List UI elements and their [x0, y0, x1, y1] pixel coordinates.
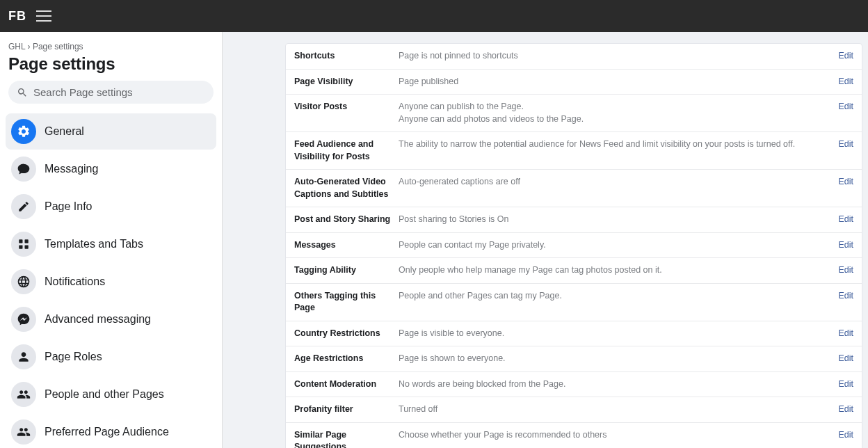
setting-row-profanity-filter: Profanity filterTurned offEdit	[286, 397, 862, 423]
search-input[interactable]	[33, 86, 205, 98]
setting-value: Turned off	[399, 403, 830, 416]
setting-value: Post sharing to Stories is On	[399, 214, 830, 226]
setting-label: Age Restrictions	[294, 353, 399, 365]
setting-row-content-moderation: Content ModerationNo words are being blo…	[286, 372, 862, 398]
chat-icon	[11, 157, 36, 182]
topbar: FB	[0, 0, 868, 32]
edit-link-auto-captions[interactable]: Edit	[838, 176, 853, 189]
edit-link-visitor-posts[interactable]: Edit	[838, 101, 853, 113]
setting-label: Messages	[294, 239, 399, 252]
nav-list: GeneralMessagingPage InfoTemplates and T…	[6, 113, 216, 448]
sidebar-item-label: Messaging	[45, 163, 98, 175]
svg-rect-3	[25, 246, 29, 249]
setting-row-shortcuts: ShortcutsPage is not pinned to shortcuts…	[286, 44, 862, 70]
setting-row-tagging-ability: Tagging AbilityOnly people who help mana…	[286, 258, 862, 284]
sidebar-item-label: Page Info	[45, 200, 93, 213]
setting-value: Page is shown to everyone.	[399, 353, 830, 365]
sidebar-item-general[interactable]: General	[6, 113, 216, 150]
person-icon	[11, 344, 36, 369]
setting-label: Post and Story Sharing	[294, 214, 399, 226]
setting-value: Page is not pinned to shortcuts	[399, 50, 830, 63]
sidebar-item-page-roles[interactable]: Page Roles	[6, 339, 216, 375]
edit-link-country-restrictions[interactable]: Edit	[838, 328, 853, 340]
svg-rect-0	[19, 239, 22, 243]
setting-row-age-restrictions: Age RestrictionsPage is shown to everyon…	[286, 346, 862, 372]
setting-value: People and other Pages can tag my Page.	[399, 290, 830, 303]
pencil-icon	[11, 194, 36, 219]
setting-label: Feed Audience and Visibility for Posts	[294, 138, 399, 163]
edit-link-post-story-sharing[interactable]: Edit	[838, 214, 853, 226]
search-icon	[17, 87, 28, 98]
gear-icon	[11, 119, 36, 144]
setting-value: Page is visible to everyone.	[399, 328, 830, 340]
sidebar-item-templates-tabs[interactable]: Templates and Tabs	[6, 226, 216, 262]
sidebar-item-notifications[interactable]: Notifications	[6, 264, 216, 300]
svg-rect-1	[25, 239, 29, 243]
setting-value: Only people who help manage my Page can …	[399, 264, 830, 277]
setting-value: People can contact my Page privately.	[399, 239, 830, 252]
setting-label: Shortcuts	[294, 50, 399, 63]
sidebar-item-label: Page Roles	[45, 351, 102, 363]
setting-value: Auto-generated captions are off	[399, 176, 830, 189]
sidebar-item-page-info[interactable]: Page Info	[6, 189, 216, 225]
setting-value: No words are being blocked from the Page…	[399, 378, 830, 391]
edit-link-messages[interactable]: Edit	[838, 239, 853, 252]
setting-value: Page published	[399, 76, 830, 88]
edit-link-similar-suggestions[interactable]: Edit	[838, 429, 853, 442]
settings-table: ShortcutsPage is not pinned to shortcuts…	[285, 43, 862, 448]
svg-rect-2	[19, 246, 22, 249]
sidebar: GHL › Page settings Page settings Genera…	[0, 32, 223, 448]
logo[interactable]: FB	[8, 9, 26, 24]
page-title: Page settings	[6, 54, 216, 81]
people-icon	[11, 419, 36, 445]
setting-row-visitor-posts: Visitor PostsAnyone can publish to the P…	[286, 95, 862, 132]
sidebar-item-label: People and other Pages	[45, 388, 164, 401]
setting-label: Page Visibility	[294, 76, 399, 88]
setting-row-page-visibility: Page VisibilityPage publishedEdit	[286, 70, 862, 95]
edit-link-age-restrictions[interactable]: Edit	[838, 353, 853, 365]
search-container[interactable]	[8, 81, 214, 104]
setting-label: Profanity filter	[294, 403, 399, 416]
messenger-icon	[11, 307, 36, 332]
people-icon	[11, 382, 36, 407]
edit-link-page-visibility[interactable]: Edit	[838, 76, 853, 88]
sidebar-item-label: Preferred Page Audience	[45, 426, 169, 438]
sidebar-item-label: General	[45, 125, 84, 138]
setting-row-feed-audience: Feed Audience and Visibility for PostsTh…	[286, 132, 862, 170]
edit-link-feed-audience[interactable]: Edit	[838, 138, 853, 151]
sidebar-item-people-pages[interactable]: People and other Pages	[6, 376, 216, 413]
edit-link-content-moderation[interactable]: Edit	[838, 378, 853, 391]
main-content: ShortcutsPage is not pinned to shortcuts…	[223, 32, 868, 448]
sidebar-item-label: Templates and Tabs	[45, 238, 143, 250]
setting-row-auto-captions: Auto-Generated Video Captions and Subtit…	[286, 170, 862, 207]
globe-icon	[11, 269, 36, 294]
setting-label: Tagging Ability	[294, 264, 399, 277]
hamburger-icon[interactable]	[36, 10, 51, 22]
setting-row-others-tagging: Others Tagging this PagePeople and other…	[286, 284, 862, 321]
sidebar-item-preferred-audience[interactable]: Preferred Page Audience	[6, 414, 216, 448]
setting-row-similar-suggestions: Similar Page SuggestionsChoose whether y…	[286, 423, 862, 449]
setting-label: Similar Page Suggestions	[294, 429, 399, 449]
edit-link-shortcuts[interactable]: Edit	[838, 50, 853, 63]
grid-icon	[11, 232, 36, 257]
breadcrumb[interactable]: GHL › Page settings	[6, 42, 216, 54]
edit-link-profanity-filter[interactable]: Edit	[838, 403, 853, 416]
edit-link-others-tagging[interactable]: Edit	[838, 290, 853, 303]
sidebar-item-messaging[interactable]: Messaging	[6, 151, 216, 187]
edit-link-tagging-ability[interactable]: Edit	[838, 264, 853, 277]
setting-value: Anyone can publish to the Page. Anyone c…	[399, 101, 830, 125]
setting-label: Country Restrictions	[294, 328, 399, 340]
setting-row-messages: MessagesPeople can contact my Page priva…	[286, 233, 862, 259]
setting-row-post-story-sharing: Post and Story SharingPost sharing to St…	[286, 207, 862, 233]
sidebar-item-advanced-messaging[interactable]: Advanced messaging	[6, 301, 216, 337]
setting-label: Auto-Generated Video Captions and Subtit…	[294, 176, 399, 200]
setting-row-country-restrictions: Country RestrictionsPage is visible to e…	[286, 321, 862, 347]
setting-value: Choose whether your Page is recommended …	[399, 429, 830, 442]
sidebar-item-label: Advanced messaging	[45, 313, 151, 326]
setting-label: Content Moderation	[294, 378, 399, 391]
setting-value: The ability to narrow the potential audi…	[399, 138, 830, 151]
setting-label: Visitor Posts	[294, 101, 399, 113]
setting-label: Others Tagging this Page	[294, 290, 399, 314]
sidebar-item-label: Notifications	[45, 275, 105, 288]
